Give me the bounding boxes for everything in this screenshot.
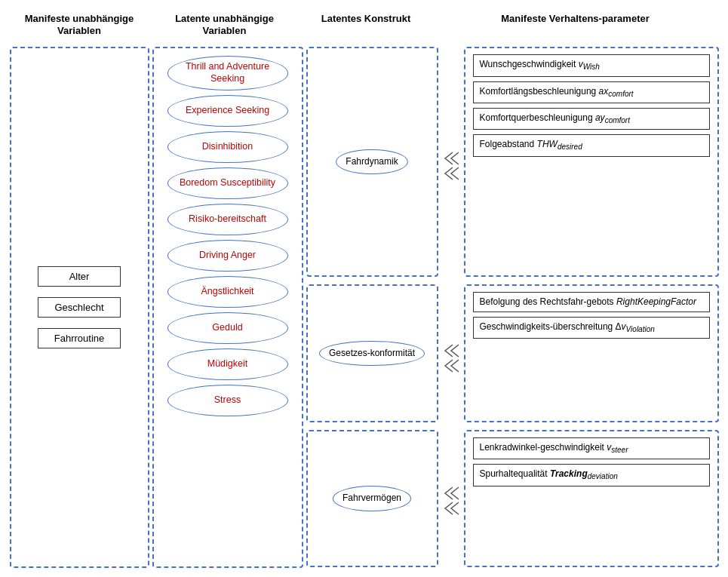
param-axcomfort: Komfortlängsbeschleunigung axcomfort xyxy=(473,81,710,103)
arrow1 xyxy=(441,47,464,283)
konstrukt-fahrdynamik-label: Fahrdynamik xyxy=(336,149,407,175)
konstrukt-fahrver-label: Fahrvermögen xyxy=(333,486,411,511)
header-col4: Manifeste Verhaltens-parameter xyxy=(432,10,719,41)
header-col1: Manifeste unabhängige Variablen xyxy=(10,10,149,41)
ellipse-boredom: Boredom Susceptibility xyxy=(167,167,288,199)
ellipse-anger: Driving Anger xyxy=(167,240,288,272)
ellipse-geduld: Geduld xyxy=(167,312,288,344)
ellipse-risiko: Risiko-bereitschaft xyxy=(167,204,288,235)
param-lenkrad: Lenkradwinkel-geschwindigkeit vsteer xyxy=(473,437,710,459)
manifest-alter: Alter xyxy=(38,266,121,287)
verhalten-group2: Befolgung des Rechtsfahr-gebots RightKee… xyxy=(464,284,719,422)
ellipse-mudigkeit: Müdigkeit xyxy=(167,348,288,380)
verhalten-group1: Wunschgeschwindigkeit vWish Komfortlängs… xyxy=(464,47,719,277)
arrow3 xyxy=(441,433,464,568)
diagram: Manifeste unabhängige Variablen Latente … xyxy=(10,10,719,568)
col3-konstrukt: Fahrdynamik Gesetzes-konformität Fahrver… xyxy=(306,47,438,567)
main-content: Alter Geschlecht Fahrroutine Thrill and … xyxy=(10,47,719,567)
konstrukt-fahrdynamik: Fahrdynamik xyxy=(306,47,438,277)
col2-latent: Thrill and Adventure Seeking Experience … xyxy=(152,47,303,567)
header-col2: Latente unabhängige Variablen xyxy=(149,10,300,41)
param-wunsch: Wunschgeschwindigkeit vWish xyxy=(473,54,710,76)
param-geschwind: Geschwindigkeits-überschreitung ΔvViolat… xyxy=(473,317,710,339)
ellipse-angst: Ängstlichkeit xyxy=(167,276,288,308)
param-folge: Folgeabstand THWdesired xyxy=(473,134,710,156)
header-col3: Latentes Konstrukt xyxy=(300,10,432,41)
headers: Manifeste unabhängige Variablen Latente … xyxy=(10,10,719,41)
konstrukt-gesetzes-label: Gesetzes-konformität xyxy=(319,341,425,367)
ellipse-thrill: Thrill and Adventure Seeking xyxy=(167,56,288,90)
col4-verhalten: Wunschgeschwindigkeit vWish Komfortlängs… xyxy=(464,47,719,567)
manifest-fahrroutine: Fahrroutine xyxy=(38,328,121,348)
arrow-col xyxy=(441,47,464,567)
manifest-geschlecht: Geschlecht xyxy=(38,297,121,318)
arrow2 xyxy=(441,290,464,425)
param-befolgung: Befolgung des Rechtsfahr-gebots RightKee… xyxy=(473,292,710,312)
param-spurhalte: Spurhaltequalität Trackingdeviation xyxy=(473,464,710,486)
param-aycomfort: Komfortquerbeschleunigung aycomfort xyxy=(473,108,710,130)
col1-manifest: Alter Geschlecht Fahrroutine xyxy=(10,47,149,567)
ellipse-disinhibition: Disinhibition xyxy=(167,131,288,163)
konstrukt-fahrver: Fahrvermögen xyxy=(306,430,438,568)
ellipse-stress: Stress xyxy=(167,385,288,416)
konstrukt-gesetzes: Gesetzes-konformität xyxy=(306,284,438,422)
verhalten-group3: Lenkradwinkel-geschwindigkeit vsteer Spu… xyxy=(464,430,719,568)
ellipse-experience: Experience Seeking xyxy=(167,95,288,127)
